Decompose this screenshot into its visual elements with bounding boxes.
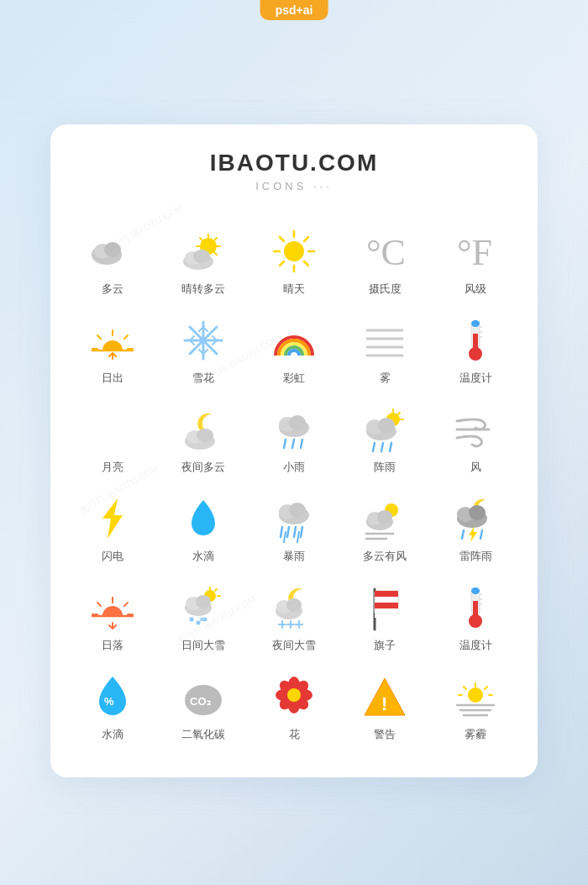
svg-line-81	[281, 527, 282, 537]
svg-point-15	[284, 241, 304, 261]
wind-icon	[452, 406, 499, 453]
svg-line-83	[294, 527, 296, 537]
svg-text:%: %	[104, 695, 114, 708]
svg-point-59	[197, 429, 213, 442]
svg-point-14	[193, 250, 210, 263]
co2-icon: CO₂	[180, 673, 227, 720]
icon-flag: 旗子	[339, 574, 430, 663]
svg-line-8	[200, 238, 202, 240]
svg-text:CO₂: CO₂	[190, 695, 211, 708]
svg-point-2	[104, 242, 121, 257]
icon-water-percent: % 水滴	[67, 663, 158, 752]
icon-cloudy: 多云	[67, 218, 158, 307]
svg-line-82	[287, 527, 289, 537]
svg-line-97	[480, 530, 482, 539]
icon-co2: CO₂ 二氧化碳	[158, 663, 249, 752]
icon-cloudy-wind: 多云有风	[339, 485, 430, 574]
top-badge: psd+ai	[260, 0, 328, 20]
rainbow-icon	[270, 317, 318, 364]
svg-line-22	[280, 261, 284, 266]
water-percent-icon: %	[89, 673, 136, 720]
icon-night-cloudy: 夜间多云	[158, 396, 249, 485]
night-cloudy-icon	[180, 406, 227, 453]
svg-line-9	[214, 252, 217, 255]
icon-light-rain: 小雨	[249, 396, 339, 485]
svg-line-96	[462, 530, 464, 539]
svg-point-45	[200, 337, 207, 344]
svg-line-84	[301, 527, 302, 537]
icon-flower: 花	[249, 663, 339, 752]
sunrise-icon	[89, 317, 136, 364]
svg-line-29	[124, 335, 128, 339]
svg-text:°F: °F	[457, 232, 492, 273]
svg-text:!: !	[381, 693, 387, 714]
svg-rect-56	[471, 320, 480, 327]
svg-point-52	[469, 347, 482, 361]
icon-night-snow: 夜间大雪	[249, 574, 339, 663]
icon-heavy-rain: 暴雨	[249, 485, 339, 574]
svg-point-95	[469, 505, 486, 520]
heavy-shower-icon	[361, 406, 408, 453]
night-snow-icon	[270, 584, 318, 631]
partly-cloudy-icon	[180, 228, 227, 275]
icon-sunrise: 日出	[67, 307, 158, 396]
svg-rect-51	[473, 334, 478, 349]
main-card: 图巧巧 IBAOTU.COM 图巧巧 IBAOTU.COM 图巧巧 IBAOTU…	[50, 124, 538, 777]
svg-point-90	[377, 510, 392, 524]
svg-line-21	[304, 261, 308, 266]
raindrop-icon	[180, 495, 227, 542]
flower-icon	[270, 673, 318, 720]
svg-line-73	[373, 443, 375, 451]
icon-moon: 月亮	[67, 396, 158, 485]
icon-warning: ! 警告	[339, 663, 430, 752]
icon-raindrop: 水滴	[158, 485, 249, 574]
icon-partly-cloudy: 晴转多云	[158, 218, 249, 307]
icon-snowflake: 雪花	[158, 307, 249, 396]
lightning-icon	[89, 495, 136, 542]
flag-icon	[361, 584, 408, 631]
svg-line-65	[301, 440, 302, 448]
svg-rect-140	[471, 587, 480, 594]
cloudy-icon	[89, 228, 136, 275]
sunny-icon	[270, 228, 318, 275]
svg-point-72	[378, 418, 395, 433]
icon-lightning: 闪电	[67, 485, 158, 574]
svg-point-122	[286, 598, 302, 612]
cloudy-wind-icon	[361, 495, 408, 542]
svg-line-102	[124, 603, 128, 606]
icon-rainbow: 彩虹	[249, 307, 339, 396]
thunder-rain-icon	[452, 495, 499, 542]
icon-fahrenheit: °F 风级	[430, 218, 521, 307]
thermometer2-icon	[452, 584, 499, 631]
icon-thermometer: 温度计	[430, 307, 521, 396]
snowflake-icon	[180, 317, 227, 364]
warning-icon: !	[361, 673, 408, 720]
svg-line-63	[284, 440, 286, 448]
svg-line-20	[280, 237, 284, 241]
moon-icon	[89, 406, 136, 453]
icon-thermometer2: 温度计	[430, 574, 521, 663]
svg-point-62	[289, 415, 306, 430]
svg-point-152	[287, 688, 301, 702]
icon-heavy-shower: 阵雨	[339, 396, 430, 485]
card-subtitle: ICONS ···	[67, 180, 521, 192]
icon-sunset: 日落	[67, 574, 158, 663]
svg-point-136	[469, 614, 482, 628]
icon-haze: 雾霾	[430, 663, 521, 752]
svg-line-108	[215, 589, 217, 591]
icon-wind: 风	[430, 396, 521, 485]
haze-icon	[452, 673, 499, 720]
svg-rect-132	[375, 603, 398, 608]
icon-fog: 雾	[339, 307, 430, 396]
svg-point-114	[197, 621, 201, 625]
heavy-rain-icon	[270, 495, 318, 542]
svg-line-11	[214, 238, 217, 240]
svg-line-158	[485, 687, 487, 689]
icon-thunder-rain: 雷阵雨	[430, 485, 521, 574]
card-header: IBAOTU.COM ICONS ···	[67, 150, 521, 192]
thermometer-icon	[452, 317, 499, 364]
light-rain-icon	[270, 406, 318, 453]
svg-line-74	[381, 443, 383, 451]
svg-marker-98	[469, 527, 477, 542]
svg-line-101	[97, 603, 101, 606]
